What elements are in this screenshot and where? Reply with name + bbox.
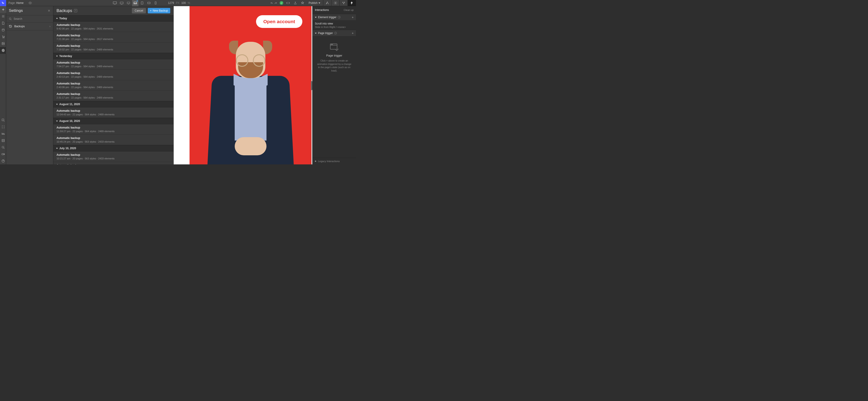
caret-down-icon xyxy=(56,148,58,149)
backup-meta: 10:45:24 pm · 20 pages · 563 styles · 24… xyxy=(57,140,170,143)
backup-name: Automatic backup xyxy=(57,153,170,156)
device-mobile-landscape[interactable] xyxy=(146,0,152,6)
navigator-icon[interactable] xyxy=(0,13,6,20)
backup-row[interactable]: Automatic backup2:43:13 pm · 22 pages · … xyxy=(53,70,174,80)
backup-meta: 7:54:27 pm · 22 pages · 564 styles · 248… xyxy=(57,65,170,68)
interactions-panel-icon[interactable] xyxy=(348,0,356,6)
settings-search[interactable]: Search xyxy=(6,15,53,23)
close-icon[interactable]: ✕ xyxy=(48,9,51,12)
backup-row[interactable]: Automatic backup10:21:27 am · 20 pages ·… xyxy=(53,151,174,162)
hero-image xyxy=(208,33,294,164)
add-element-icon[interactable] xyxy=(0,6,6,13)
backup-group-header[interactable]: August 10, 2020 xyxy=(53,118,174,124)
trigger-scroll-into-view[interactable]: Scroll into view Slide in from Right / <… xyxy=(313,21,356,30)
code-icon[interactable] xyxy=(285,0,290,5)
backup-name: Automatic backup xyxy=(57,164,170,164)
device-mobile[interactable] xyxy=(153,0,159,6)
backup-row[interactable]: Automatic backup11:59:27 pm · 22 pages ·… xyxy=(53,124,174,135)
help-badge-icon[interactable]: ? xyxy=(74,9,77,12)
history-icon xyxy=(9,25,12,28)
canvas-width[interactable]: 1279 xyxy=(168,1,174,4)
backup-row[interactable]: Automatic backup12:04:43 am · 22 pages ·… xyxy=(53,107,174,118)
backup-name: Automatic backup xyxy=(57,23,170,27)
tool-select-icon[interactable] xyxy=(0,117,6,124)
svg-rect-3 xyxy=(127,2,130,4)
cleanup-button[interactable]: Clean up xyxy=(344,9,354,11)
backup-group-header[interactable]: August 11, 2020 xyxy=(53,101,174,107)
settings-panel: Settings ✕ Search Backups › xyxy=(6,6,53,164)
backup-name: Automatic backup xyxy=(57,71,170,75)
backup-name: Automatic backup xyxy=(57,136,170,140)
cms-icon[interactable] xyxy=(0,27,6,33)
status-dot-icon xyxy=(315,160,316,162)
svg-point-30 xyxy=(332,44,332,45)
canvas[interactable]: Open account xyxy=(174,6,312,164)
open-account-button[interactable]: Open account xyxy=(256,15,302,28)
settings-nav-backups[interactable]: Backups › xyxy=(6,23,53,30)
style-manager-icon[interactable] xyxy=(340,0,348,6)
scrollbar-thumb[interactable] xyxy=(311,81,312,90)
cancel-button[interactable]: Cancel xyxy=(132,8,146,13)
tool-search-icon[interactable] xyxy=(0,144,6,151)
backup-row[interactable]: Automatic backup7:54:27 pm · 22 pages · … xyxy=(53,59,174,70)
group-label: August 11, 2020 xyxy=(59,103,80,106)
group-label: August 10, 2020 xyxy=(59,119,80,123)
device-laptop[interactable] xyxy=(132,0,138,6)
style-panel-icon[interactable] xyxy=(323,0,332,6)
publish-button[interactable]: Publish xyxy=(307,1,322,4)
backup-group-header[interactable]: July 10, 2020 xyxy=(53,145,174,151)
backup-meta: 7:21:30 pm · 22 pages · 564 styles · 261… xyxy=(57,38,170,40)
audit-icon[interactable] xyxy=(300,0,305,5)
svg-point-8 xyxy=(335,2,336,3)
ecommerce-icon[interactable] xyxy=(0,33,6,40)
backup-group-header[interactable]: Today xyxy=(53,15,174,22)
device-breakpoints xyxy=(112,0,159,6)
tool-grid-icon[interactable] xyxy=(0,137,6,144)
new-backup-button[interactable]: + New Backup xyxy=(148,8,170,13)
help-icon[interactable]: ? xyxy=(334,32,337,34)
help-icon[interactable]: ? xyxy=(338,16,340,19)
backup-meta: 7:18:02 pm · 22 pages · 564 styles · 248… xyxy=(57,48,170,51)
assets-icon[interactable] xyxy=(0,40,6,47)
device-tablet[interactable] xyxy=(139,0,145,6)
device-desktop-lg[interactable] xyxy=(119,0,125,6)
undo-icon[interactable] xyxy=(270,2,273,4)
device-desktop[interactable] xyxy=(125,0,132,6)
backup-row[interactable]: Automatic backup10:19:47 am · 20 pages ·… xyxy=(53,162,174,164)
preview-icon[interactable] xyxy=(29,1,32,4)
tool-video-icon[interactable] xyxy=(0,151,6,158)
tool-audit-icon[interactable] xyxy=(0,130,6,137)
page-label: Page: Home xyxy=(6,1,26,4)
backup-row[interactable]: Automatic backup10:45:24 pm · 20 pages ·… xyxy=(53,135,174,145)
device-desktop-xl[interactable] xyxy=(112,0,118,6)
status-ok-icon[interactable]: ✓ xyxy=(280,1,283,5)
backup-meta: 11:59:27 pm · 22 pages · 564 styles · 24… xyxy=(57,130,170,133)
webflow-logo[interactable] xyxy=(0,0,6,6)
svg-point-29 xyxy=(331,44,332,45)
pages-icon[interactable] xyxy=(0,20,6,27)
canvas-zoom[interactable]: 100 xyxy=(181,1,186,4)
backup-row[interactable]: Automatic backup7:18:02 pm · 22 pages · … xyxy=(53,42,174,53)
add-page-trigger-icon[interactable]: + xyxy=(352,31,354,35)
interactions-panel: Interactions Clean up Element trigger ? … xyxy=(312,6,356,164)
backup-row[interactable]: Automatic backup7:21:30 pm · 22 pages · … xyxy=(53,32,174,42)
backup-row[interactable]: Automatic backup9:42:06 pm · 22 pages · … xyxy=(53,22,174,32)
page-trigger-section[interactable]: Page trigger ? + xyxy=(313,30,356,36)
settings-panel-icon[interactable] xyxy=(332,0,340,6)
svg-rect-22 xyxy=(4,133,4,135)
tool-focus-icon[interactable] xyxy=(0,124,6,130)
backup-row[interactable]: Automatic backup2:31:17 pm · 22 pages · … xyxy=(53,91,174,101)
element-trigger-section[interactable]: Element trigger ? + xyxy=(313,14,356,21)
redo-icon[interactable] xyxy=(274,2,277,4)
svg-point-0 xyxy=(30,2,31,3)
legacy-interactions[interactable]: Legacy Interactions xyxy=(313,158,356,164)
top-bar: Page: Home 1279 PX 100 % ✓ Publish xyxy=(0,0,356,6)
backup-group-header[interactable]: Yesterday xyxy=(53,53,174,59)
backups-list[interactable]: TodayAutomatic backup9:42:06 pm · 22 pag… xyxy=(53,15,174,164)
backup-row[interactable]: Automatic backup2:43:06 pm · 22 pages · … xyxy=(53,80,174,91)
export-icon[interactable] xyxy=(293,0,298,5)
add-element-trigger-icon[interactable]: + xyxy=(352,16,354,19)
settings-gear-icon[interactable] xyxy=(0,47,6,54)
caret-down-icon xyxy=(56,121,58,122)
help-icon[interactable] xyxy=(0,158,6,164)
